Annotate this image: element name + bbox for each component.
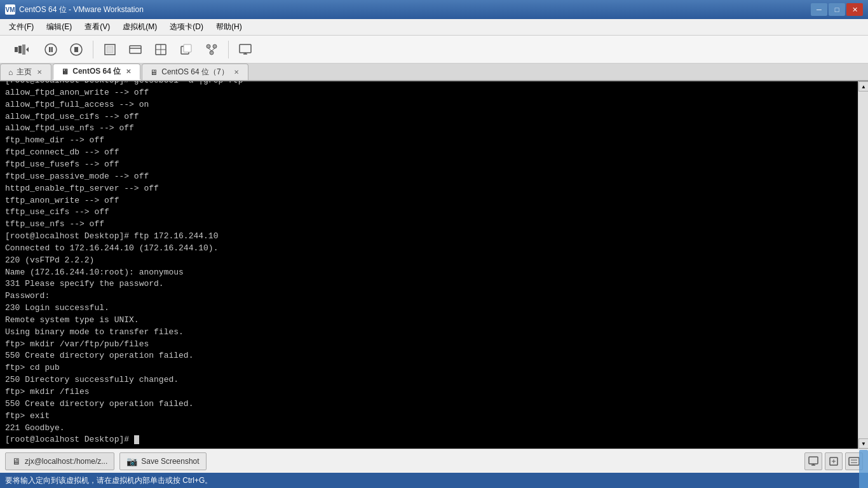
terminal[interactable]: ftpd_use_passive_mode --> off httpd_enab… <box>0 81 858 449</box>
settings-icon-btn[interactable] <box>804 452 822 470</box>
tab-centos64-label: CentOS 64 位 <box>72 66 121 77</box>
scrollbar-down[interactable]: ▼ <box>858 438 868 449</box>
tab-centos64-close[interactable]: ✕ <box>125 67 132 76</box>
scrollbar-thumb[interactable] <box>859 450 868 488</box>
terminal-info[interactable]: 🖥 zjx@localhost:/home/z... <box>5 452 114 470</box>
svg-point-4 <box>45 44 57 55</box>
minimize-button[interactable]: ─ <box>811 3 827 16</box>
svg-point-18 <box>207 44 210 48</box>
svg-rect-5 <box>49 47 51 52</box>
svg-rect-0 <box>15 47 18 52</box>
tab-centos64[interactable]: 🖥 CentOS 64 位 ✕ <box>53 64 140 80</box>
menu-help[interactable]: 帮助(H) <box>210 20 248 34</box>
svg-rect-32 <box>849 458 859 465</box>
svg-rect-10 <box>107 46 113 53</box>
window-controls: ─ □ ✕ <box>811 3 863 16</box>
stretch-icon-btn[interactable] <box>825 452 843 470</box>
tab-centos64-7-close[interactable]: ✕ <box>233 68 240 76</box>
scrollbar-up[interactable]: ▲ <box>858 81 868 92</box>
menu-vm[interactable]: 虚拟机(M) <box>116 20 163 34</box>
toolbar <box>0 36 868 64</box>
tab-centos64-7-label: CentOS 64 位（7） <box>161 67 228 78</box>
statusbar-right <box>804 452 863 470</box>
svg-point-20 <box>210 51 214 55</box>
main-area: ftpd_use_passive_mode --> off httpd_enab… <box>0 81 868 449</box>
svg-rect-6 <box>51 47 53 52</box>
menu-file[interactable]: 文件(F) <box>3 20 40 34</box>
hint-text: 要将输入定向到该虚拟机，请在虚拟机内部单击或按 Ctrl+G。 <box>5 475 212 486</box>
app-icon: VM <box>5 4 15 15</box>
display-button[interactable] <box>234 39 257 60</box>
snapshot-button[interactable] <box>149 39 172 60</box>
tabs-bar: ⌂ 主页 ✕ 🖥 CentOS 64 位 ✕ 🖥 CentOS 64 位（7） … <box>0 64 868 81</box>
restore-button[interactable] <box>175 39 198 60</box>
toolbar-sep-2 <box>228 41 229 58</box>
tab-home[interactable]: ⌂ 主页 ✕ <box>0 64 51 80</box>
reset-button[interactable] <box>65 39 88 60</box>
bottom-hint-bar: 要将输入定向到该虚拟机，请在虚拟机内部单击或按 Ctrl+G。 <box>0 473 868 488</box>
window-title: CentOS 64 位 - VMware Workstation <box>19 4 144 15</box>
view-button[interactable] <box>124 39 147 60</box>
svg-line-21 <box>208 48 212 51</box>
tab-home-close[interactable]: ✕ <box>36 68 43 76</box>
svg-rect-11 <box>130 46 141 53</box>
svg-rect-1 <box>18 46 22 53</box>
tab-centos64-7[interactable]: 🖥 CentOS 64 位（7） ✕ <box>142 64 248 80</box>
home-icon: ⌂ <box>8 68 13 77</box>
svg-rect-2 <box>22 44 25 55</box>
svg-point-19 <box>213 44 217 48</box>
manage-button[interactable] <box>200 39 223 60</box>
terminal-icon: 🖥 <box>12 456 21 466</box>
camera-icon: 📷 <box>126 456 137 466</box>
svg-rect-23 <box>240 44 251 53</box>
save-screenshot-button[interactable]: 📷 Save Screenshot <box>119 452 206 470</box>
close-button[interactable]: ✕ <box>846 3 863 16</box>
centos64-7-icon: 🖥 <box>150 68 158 77</box>
menu-edit[interactable]: 编辑(E) <box>40 20 78 34</box>
scrollbar-track[interactable]: ▲ ▼ <box>858 81 868 449</box>
terminal-user-label: zjx@localhost:/home/z... <box>25 457 107 466</box>
title-bar-left: VM CentOS 64 位 - VMware Workstation <box>5 4 144 15</box>
tab-home-label: 主页 <box>17 67 32 78</box>
maximize-button[interactable]: □ <box>829 3 845 16</box>
svg-rect-17 <box>184 44 191 52</box>
save-screenshot-label: Save Screenshot <box>141 457 199 466</box>
power-button[interactable] <box>5 39 37 60</box>
menu-view[interactable]: 查看(V) <box>78 20 116 34</box>
fullscreen-button[interactable] <box>98 39 121 60</box>
svg-rect-26 <box>809 457 818 464</box>
svg-rect-8 <box>74 47 78 52</box>
toolbar-sep-1 <box>93 41 93 58</box>
centos64-icon: 🖥 <box>61 67 69 76</box>
menu-tabs[interactable]: 选项卡(D) <box>163 20 210 34</box>
menu-bar: 文件(F) 编辑(E) 查看(V) 虚拟机(M) 选项卡(D) 帮助(H) <box>0 19 868 36</box>
statusbar: 🖥 zjx@localhost:/home/z... 📷 Save Screen… <box>0 449 868 473</box>
title-bar: VM CentOS 64 位 - VMware Workstation ─ □ … <box>0 0 868 19</box>
svg-line-22 <box>212 48 215 51</box>
svg-marker-3 <box>26 47 29 52</box>
pause-button[interactable] <box>39 39 62 60</box>
